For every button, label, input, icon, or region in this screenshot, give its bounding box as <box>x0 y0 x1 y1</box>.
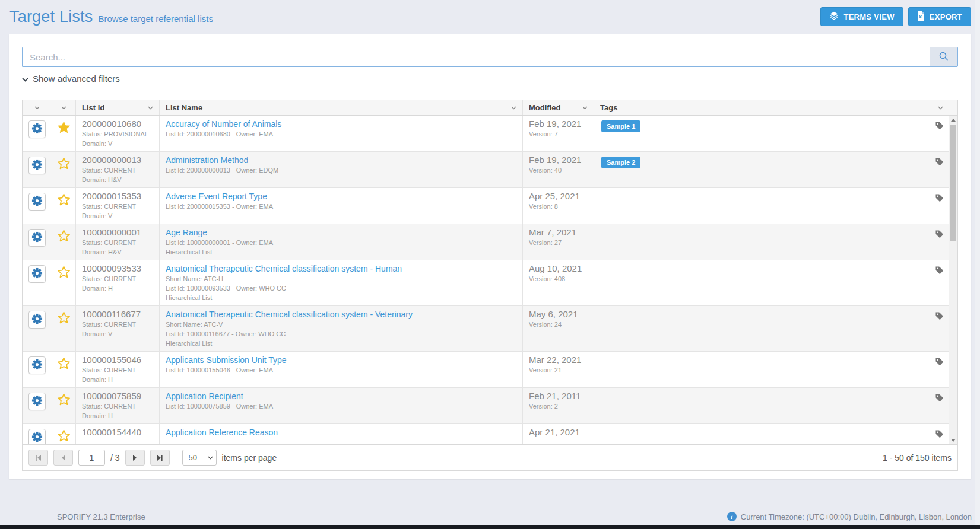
favorite-star-icon[interactable] <box>58 230 70 257</box>
table-row: 100000000001 Status: CURRENT Domain: H&V… <box>23 224 949 260</box>
page-title: Target Lists <box>9 8 93 26</box>
tag-icon[interactable] <box>935 193 944 202</box>
column-menu-chevron[interactable] <box>937 105 944 111</box>
layers-icon <box>829 11 839 23</box>
list-name-link[interactable]: Anatomical Therapeutic Chemical classifi… <box>166 263 402 274</box>
domain-line: Domain: H&V <box>82 176 153 184</box>
row-settings-button[interactable] <box>28 429 46 444</box>
favorite-star-icon[interactable] <box>58 193 70 221</box>
search-input[interactable] <box>22 47 930 67</box>
favorite-star-icon[interactable] <box>58 429 70 444</box>
column-menu-chevron[interactable] <box>33 105 41 111</box>
table-scrollbar[interactable] <box>949 116 957 444</box>
list-detail-line: List Id: 200000010680 - Owner: EMA <box>166 130 516 139</box>
cell-settings <box>23 116 52 151</box>
tag-icon[interactable] <box>935 230 944 238</box>
column-menu-chevron[interactable] <box>510 105 518 111</box>
search-bar <box>22 47 958 67</box>
modified-date: Mar 22, 2021 <box>529 355 588 365</box>
header-cell-modified: Modified <box>523 100 594 115</box>
cell-tags: Sample 2 <box>594 152 949 187</box>
cell-modified: Apr 21, 2021 <box>523 424 594 444</box>
list-name-link[interactable]: Applicants Submission Unit Type <box>166 355 287 365</box>
scroll-down-arrow[interactable] <box>949 436 957 444</box>
terms-view-button[interactable]: TERMS VIEW <box>820 7 903 26</box>
first-page-button[interactable] <box>28 450 48 466</box>
items-per-page-select[interactable]: 50 <box>182 450 217 466</box>
list-name-link[interactable]: Application Recipient <box>166 391 243 401</box>
list-name-link[interactable]: Administration Method <box>166 155 248 165</box>
search-button[interactable] <box>930 47 958 67</box>
tag-icon[interactable] <box>935 429 944 438</box>
target-lists-table: List Id List Name Modified Tags <box>22 100 958 471</box>
gear-icon <box>31 313 43 326</box>
row-settings-button[interactable] <box>28 120 46 138</box>
table-row: 100000075859 Status: CURRENT Domain: H A… <box>23 388 949 424</box>
short-name-line: Short Name: ATC-H <box>166 275 516 283</box>
gear-icon <box>31 395 43 408</box>
export-button[interactable]: x EXPORT <box>908 7 971 26</box>
tag-icon[interactable] <box>935 266 944 275</box>
table-header: List Id List Name Modified Tags <box>23 100 957 116</box>
modified-date: Apr 25, 2021 <box>529 191 588 202</box>
row-settings-button[interactable] <box>28 229 46 247</box>
cell-tags <box>594 224 949 260</box>
row-settings-button[interactable] <box>28 356 46 374</box>
favorite-star-icon[interactable] <box>58 266 70 302</box>
list-name-link[interactable]: Adverse Event Report Type <box>166 191 267 202</box>
row-settings-button[interactable] <box>28 393 46 410</box>
modified-date: Feb 19, 2021 <box>529 119 588 129</box>
column-menu-chevron[interactable] <box>147 105 154 111</box>
info-icon: i <box>727 512 737 521</box>
row-settings-button[interactable] <box>28 311 46 329</box>
favorite-star-icon[interactable] <box>58 393 70 420</box>
column-menu-chevron[interactable] <box>60 105 68 111</box>
cell-list-name: Anatomical Therapeutic Chemical classifi… <box>160 260 523 305</box>
page-number-input[interactable] <box>78 450 105 466</box>
modified-date: Mar 7, 2021 <box>529 227 588 238</box>
cell-favorite <box>52 224 76 260</box>
version-line: Version: 21 <box>529 366 588 375</box>
advanced-filters-label: Show advanced filters <box>33 74 120 84</box>
page-scrollbar[interactable] <box>975 0 980 525</box>
tag-icon[interactable] <box>935 311 944 320</box>
list-name-link[interactable]: Application Reference Reason <box>166 427 278 438</box>
list-name-link[interactable]: Accuracy of Number of Animals <box>166 119 281 129</box>
cell-list-name: Adverse Event Report Type List Id: 20000… <box>160 188 523 224</box>
cell-settings <box>23 224 52 260</box>
list-name-link[interactable]: Anatomical Therapeutic Chemical classifi… <box>166 309 413 320</box>
tag-badge[interactable]: Sample 2 <box>601 157 640 168</box>
cell-list-id: 100000075859 Status: CURRENT Domain: H <box>76 388 160 423</box>
row-settings-button[interactable] <box>28 157 46 174</box>
search-icon <box>938 51 949 63</box>
cell-list-id: 100000116677 Status: CURRENT Domain: V <box>76 306 160 351</box>
favorite-star-icon[interactable] <box>58 311 70 348</box>
scrollbar-thumb[interactable] <box>950 125 956 241</box>
next-page-button[interactable] <box>125 450 145 466</box>
page-subtitle: Browse target referential lists <box>98 14 213 24</box>
status-line: Status: CURRENT <box>82 402 153 411</box>
tag-icon[interactable] <box>935 393 944 402</box>
column-menu-chevron[interactable] <box>581 105 589 111</box>
row-settings-button[interactable] <box>28 193 46 211</box>
scroll-up-arrow[interactable] <box>949 116 957 124</box>
previous-page-button[interactable] <box>53 450 73 466</box>
list-id-value: 100000154440 <box>82 427 153 438</box>
cell-tags <box>594 188 949 224</box>
timezone-label: Current Timezone: (UTC+00:00) Dublin, Ed… <box>741 512 972 521</box>
tag-badge[interactable]: Sample 1 <box>601 120 640 132</box>
cell-modified: Feb 19, 2021 Version: 40 <box>523 152 594 187</box>
tag-icon[interactable] <box>935 357 944 366</box>
table-body-wrap: 200000010680 Status: PROVISIONAL Domain:… <box>23 116 957 444</box>
last-page-button[interactable] <box>150 450 170 466</box>
tag-icon[interactable] <box>935 121 944 130</box>
favorite-star-icon[interactable] <box>58 357 70 384</box>
svg-text:x: x <box>919 14 922 20</box>
favorite-star-icon[interactable] <box>58 157 70 184</box>
advanced-filters-toggle[interactable]: Show advanced filters <box>22 74 120 84</box>
row-settings-button[interactable] <box>28 265 46 283</box>
cell-list-id: 200000010680 Status: PROVISIONAL Domain:… <box>76 116 160 151</box>
tag-icon[interactable] <box>935 157 944 166</box>
favorite-star-icon[interactable] <box>58 121 70 148</box>
list-name-link[interactable]: Age Range <box>166 227 207 238</box>
